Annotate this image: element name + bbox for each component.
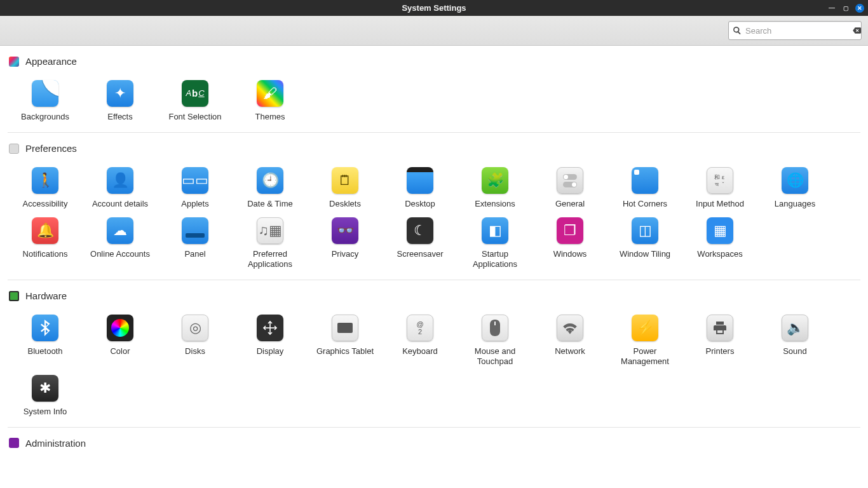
setting-themes[interactable]: 🖌Themes <box>233 76 308 126</box>
sound-icon: 🔈 <box>782 315 808 341</box>
setting-label: Disks <box>185 346 205 356</box>
setting-label: Languages <box>775 199 815 209</box>
setting-windows[interactable]: ❐Windows <box>532 214 607 274</box>
setting-label: Screensaver <box>397 249 444 259</box>
setting-keyboard[interactable]: @2Keyboard <box>383 311 458 371</box>
setting-font-selection[interactable]: AbCFont Selection <box>158 76 233 126</box>
display-icon <box>257 315 283 341</box>
section-title: Preferences <box>25 143 77 154</box>
setting-general[interactable]: General <box>532 163 607 213</box>
section-administration: Administration <box>0 428 868 464</box>
setting-hot-corners[interactable]: Hot Corners <box>607 163 682 213</box>
backspace-icon <box>852 26 861 35</box>
setting-screensaver[interactable]: ☾Screensaver <box>383 214 458 274</box>
setting-backgrounds[interactable]: Backgrounds <box>8 76 83 126</box>
languages-icon: 🌐 <box>782 167 808 194</box>
window-maximize-button[interactable] <box>841 4 850 13</box>
setting-label: Bluetooth <box>28 346 63 356</box>
workspaces-icon: ▦ <box>707 217 733 244</box>
setting-label: Account details <box>92 199 148 209</box>
setting-disks[interactable]: ◎Disks <box>158 311 233 371</box>
setting-color[interactable]: Color <box>83 311 158 371</box>
windows-icon: ❐ <box>557 217 583 244</box>
setting-label: Font Selection <box>168 112 221 122</box>
setting-label: Display <box>257 346 284 356</box>
setting-label: Notifications <box>23 249 68 259</box>
setting-preferred-applications[interactable]: ♫▦Preferred Applications <box>233 214 308 274</box>
section-title: Appearance <box>25 56 77 67</box>
window-title: System Settings <box>402 3 466 13</box>
setting-sound[interactable]: 🔈Sound <box>757 311 832 371</box>
setting-date-time[interactable]: 🕘Date & Time <box>233 163 308 213</box>
setting-effects[interactable]: ✦Effects <box>83 76 158 126</box>
window-minimize-button[interactable] <box>827 4 836 13</box>
printers-icon <box>707 315 733 341</box>
setting-system-info[interactable]: ✱System Info <box>8 371 83 421</box>
setting-startup-applications[interactable]: ◧Startup Applications <box>458 214 532 274</box>
section-preferences: Preferences🚶Accessibility👤Account detail… <box>0 133 868 280</box>
setting-label: Printers <box>706 346 735 356</box>
setting-printers[interactable]: Printers <box>682 311 757 371</box>
setting-label: Date & Time <box>247 199 293 209</box>
setting-mouse-touchpad[interactable]: Mouse and Touchpad <box>458 311 532 371</box>
startup-applications-icon: ◧ <box>482 217 508 244</box>
bluetooth-icon <box>32 315 58 341</box>
setting-workspaces[interactable]: ▦Workspaces <box>682 214 757 274</box>
effects-icon: ✦ <box>107 80 133 107</box>
setting-accessibility[interactable]: 🚶Accessibility <box>8 163 83 213</box>
setting-bluetooth[interactable]: Bluetooth <box>8 311 83 371</box>
search-clear-button[interactable] <box>852 26 861 35</box>
setting-account-details[interactable]: 👤Account details <box>83 163 158 213</box>
setting-privacy[interactable]: 👓Privacy <box>308 214 383 274</box>
privacy-icon: 👓 <box>332 217 358 244</box>
section-appearance: AppearanceBackgrounds✦EffectsAbCFont Sel… <box>0 46 868 132</box>
search-box[interactable] <box>728 21 862 40</box>
setting-window-tiling[interactable]: ◫Window Tiling <box>607 214 682 274</box>
setting-label: General <box>555 199 585 209</box>
themes-icon: 🖌 <box>257 80 283 107</box>
window-close-button[interactable] <box>855 4 864 13</box>
setting-extensions[interactable]: 🧩Extensions <box>458 163 532 213</box>
desktop-icon <box>407 167 433 194</box>
toolbar <box>0 16 868 46</box>
setting-label: Sound <box>783 346 807 356</box>
setting-label: Panel <box>184 249 205 259</box>
section-category-icon <box>9 438 19 448</box>
section-header: Appearance <box>0 53 868 73</box>
setting-label: Desktop <box>405 199 435 209</box>
setting-label: Workspaces <box>697 249 742 259</box>
setting-label: Keyboard <box>402 346 438 356</box>
keyboard-icon: @2 <box>407 315 433 341</box>
setting-label: Mouse and Touchpad <box>460 346 530 367</box>
setting-label: Color <box>110 346 130 356</box>
search-input[interactable] <box>745 26 852 36</box>
general-icon <box>557 167 583 194</box>
setting-desklets[interactable]: 🗒Desklets <box>308 163 383 213</box>
setting-display[interactable]: Display <box>233 311 308 371</box>
setting-panel[interactable]: Panel <box>158 214 233 274</box>
setting-label: Themes <box>255 112 285 122</box>
power-management-icon: ⚡ <box>632 315 658 341</box>
setting-label: Preferred Applications <box>235 249 305 270</box>
section-title: Administration <box>25 438 86 449</box>
setting-online-accounts[interactable]: ☁Online Accounts <box>83 214 158 274</box>
setting-label: Window Tiling <box>620 249 670 259</box>
setting-desktop[interactable]: Desktop <box>383 163 458 213</box>
setting-label: Effects <box>107 112 133 122</box>
color-icon <box>107 315 133 341</box>
setting-languages[interactable]: 🌐Languages <box>757 163 832 213</box>
online-accounts-icon: ☁ <box>107 217 133 244</box>
setting-network[interactable]: Network <box>532 311 607 371</box>
setting-input-method[interactable]: 和εঅˇInput Method <box>682 163 757 213</box>
setting-label: Extensions <box>475 199 515 209</box>
setting-power-management[interactable]: ⚡Power Management <box>607 311 682 371</box>
window-tiling-icon: ◫ <box>632 217 658 244</box>
setting-applets[interactable]: ▭▭Applets <box>158 163 233 213</box>
section-hardware: HardwareBluetoothColor◎DisksDisplayGraph… <box>0 280 868 427</box>
setting-notifications[interactable]: 🔔Notifications <box>8 214 83 274</box>
account-details-icon: 👤 <box>107 167 133 194</box>
setting-label: Input Method <box>696 199 744 209</box>
extensions-icon: 🧩 <box>482 167 508 194</box>
mouse-touchpad-icon <box>482 315 508 341</box>
setting-graphics-tablet[interactable]: Graphics Tablet <box>308 311 383 371</box>
